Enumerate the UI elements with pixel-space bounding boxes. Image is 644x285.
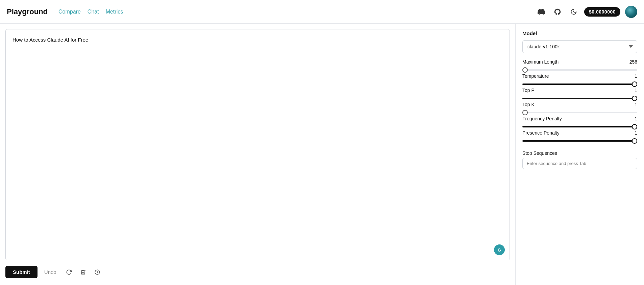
header: Playground Compare Chat Metrics $0.00000… — [0, 0, 644, 24]
param-value-frequency-penalty: 1 — [635, 116, 637, 121]
model-section: Model claude-v1-100k claude-v1 claude-in… — [522, 30, 637, 53]
param-label-presence-penalty: Presence Penalty — [522, 130, 560, 136]
github-icon[interactable] — [552, 6, 563, 18]
nav-chat[interactable]: Chat — [88, 7, 99, 16]
param-temperature: Temperature1 — [522, 73, 637, 88]
slider-max-length[interactable] — [522, 69, 637, 71]
submit-button[interactable]: Submit — [5, 266, 38, 278]
param-presence-penalty: Presence Penalty1 — [522, 130, 637, 144]
param-label-top-k: Top K — [522, 102, 535, 107]
grammarly-icon[interactable]: G — [494, 244, 505, 255]
editor-text: How to Access Claude AI for Free — [13, 36, 503, 44]
slider-temperature[interactable] — [522, 84, 637, 85]
editor-toolbar: Submit Undo — [5, 264, 510, 280]
delete-icon[interactable] — [77, 266, 89, 278]
stop-sequences-label: Stop Sequences — [522, 150, 557, 156]
slider-presence-penalty[interactable] — [522, 140, 637, 142]
param-top-p: Top P1 — [522, 88, 637, 102]
discord-icon[interactable] — [536, 6, 547, 18]
user-avatar[interactable] — [625, 6, 637, 18]
param-top-k: Top K1 — [522, 102, 637, 116]
params-container: Maximum Length256Temperature1Top P1Top K… — [522, 59, 637, 144]
slider-top-k[interactable] — [522, 112, 637, 113]
param-label-top-p: Top P — [522, 88, 535, 93]
param-max-length: Maximum Length256 — [522, 59, 637, 73]
main-layout: How to Access Claude AI for Free G Submi… — [0, 24, 644, 285]
stop-sequences-input[interactable] — [522, 158, 637, 169]
balance-display: $0.0000000 — [584, 7, 620, 17]
param-frequency-penalty: Frequency Penalty1 — [522, 116, 637, 130]
dark-mode-icon[interactable] — [568, 6, 579, 18]
history-icon[interactable] — [92, 266, 103, 278]
param-label-max-length: Maximum Length — [522, 59, 559, 65]
slider-top-p[interactable] — [522, 98, 637, 99]
param-value-presence-penalty: 1 — [635, 130, 637, 136]
stop-sequences-section: Stop Sequences — [522, 150, 637, 169]
param-value-temperature: 1 — [635, 73, 637, 79]
param-label-temperature: Temperature — [522, 73, 549, 79]
main-nav: Compare Chat Metrics — [58, 7, 527, 16]
nav-metrics[interactable]: Metrics — [106, 7, 123, 16]
nav-compare[interactable]: Compare — [58, 7, 81, 16]
settings-sidebar: Model claude-v1-100k claude-v1 claude-in… — [516, 24, 644, 285]
param-value-top-k: 1 — [635, 102, 637, 107]
text-editor-container: How to Access Claude AI for Free G — [5, 29, 510, 260]
param-value-max-length: 256 — [629, 59, 637, 65]
refresh-icon[interactable] — [63, 266, 75, 278]
param-label-frequency-penalty: Frequency Penalty — [522, 116, 562, 121]
slider-frequency-penalty[interactable] — [522, 126, 637, 127]
header-actions: $0.0000000 — [536, 6, 637, 18]
brand-title: Playground — [7, 7, 48, 16]
undo-button[interactable]: Undo — [40, 266, 60, 278]
param-value-top-p: 1 — [635, 88, 637, 93]
model-label: Model — [522, 30, 637, 36]
model-select[interactable]: claude-v1-100k claude-v1 claude-instant-… — [522, 40, 637, 53]
editor-area: How to Access Claude AI for Free G Submi… — [0, 24, 516, 285]
